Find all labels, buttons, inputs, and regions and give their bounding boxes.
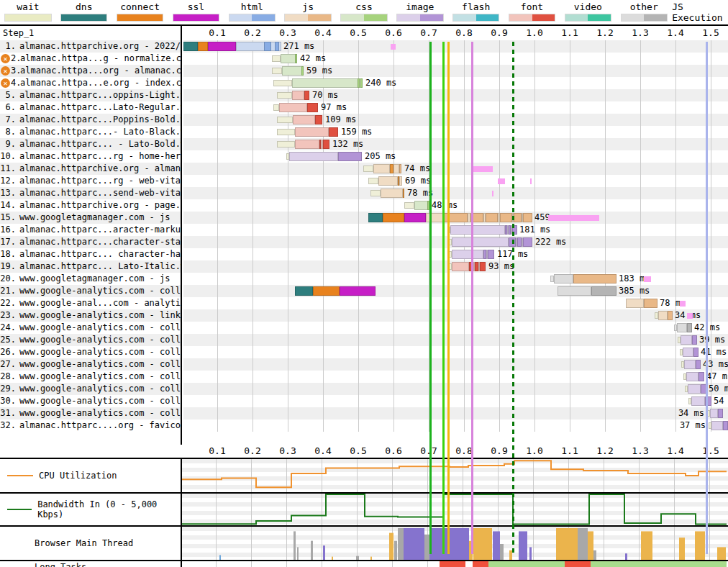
request-bar-otherD[interactable] xyxy=(591,286,616,296)
request-row[interactable]: 23.www.google-analytics.com - linkid.js xyxy=(0,309,181,322)
request-bar-fL[interactable] xyxy=(295,140,319,149)
request-bar-imgD[interactable] xyxy=(523,237,532,247)
request-bar-cssD[interactable] xyxy=(358,78,360,88)
request-bar-fD[interactable] xyxy=(329,127,338,137)
waterfall-row[interactable]: 132 ms xyxy=(183,138,728,150)
waterfall-row[interactable]: 78 ms xyxy=(183,297,728,309)
request-bar-jsL[interactable] xyxy=(381,189,403,198)
request-row[interactable]: 13.almanac.httparc...send-web-vitals.js xyxy=(0,187,181,199)
request-row[interactable]: 19.almanac.httparc... Lato-Italic.woff2 xyxy=(0,260,181,273)
request-bar-dns[interactable] xyxy=(183,42,198,51)
waterfall-row[interactable]: 222 ms xyxy=(183,236,728,248)
request-bar-imgL[interactable] xyxy=(681,335,692,345)
waterfall-row[interactable]: 109 ms xyxy=(183,114,728,126)
request-bar-waitY[interactable] xyxy=(370,190,381,196)
request-bar-imgL[interactable] xyxy=(683,348,693,357)
request-bar-dns[interactable] xyxy=(368,213,383,222)
request-bar-imgL[interactable] xyxy=(452,237,509,247)
waterfall-row[interactable]: 37 ms xyxy=(183,419,728,432)
request-bar-fD[interactable] xyxy=(323,140,329,149)
request-row[interactable]: 10.almanac.httparc...rg - home-hero.png xyxy=(0,150,181,163)
request-bar-ssl[interactable] xyxy=(208,42,236,51)
waterfall-row[interactable]: 385 ms xyxy=(183,285,728,297)
waterfall-row[interactable]: 39 ms xyxy=(183,334,728,346)
request-bar-jsL[interactable] xyxy=(399,176,402,186)
request-bar-otherL[interactable] xyxy=(558,286,591,296)
request-bar-fD[interactable] xyxy=(304,91,309,100)
request-row[interactable]: 17.almanac.httparc...character-star.png xyxy=(0,236,181,248)
request-bar-imgL[interactable] xyxy=(710,409,718,418)
request-bar-connect[interactable] xyxy=(198,42,208,51)
request-row[interactable]: 21.www.google-analytics.com - collect xyxy=(0,285,181,297)
request-bar-cssL[interactable] xyxy=(292,78,363,88)
request-bar-jsD[interactable] xyxy=(444,213,468,222)
request-bar-jsO[interactable] xyxy=(403,189,404,198)
request-bar-waitY[interactable] xyxy=(368,178,378,184)
request-bar-cssD[interactable] xyxy=(295,54,297,63)
request-bar-fL[interactable] xyxy=(452,262,469,271)
request-row[interactable]: 15.www.googletagmanager.com - js xyxy=(0,212,181,224)
request-bar-imgL[interactable] xyxy=(289,152,338,161)
request-row[interactable]: 22.www.google-anal...com - analytics.js xyxy=(0,297,181,309)
request-bar-connect[interactable] xyxy=(383,213,404,222)
request-bar-jsL[interactable] xyxy=(658,311,668,320)
request-row[interactable]: 20.www.googletagmanager.com - js xyxy=(0,273,181,285)
waterfall-row[interactable]: 50 ms xyxy=(183,383,728,395)
request-bar-imgD[interactable] xyxy=(699,372,704,381)
waterfall-row[interactable]: 97 ms xyxy=(183,101,728,114)
request-bar-cssD[interactable] xyxy=(360,78,363,88)
request-row[interactable]: 32.almanac.httparc....org - favicon.ico xyxy=(0,419,181,432)
waterfall-row[interactable]: 47 ms xyxy=(183,371,728,383)
waterfall-row[interactable]: 159 ms xyxy=(183,126,728,138)
request-bar-jsL[interactable] xyxy=(626,299,644,308)
request-row[interactable]: ✕2.almanac.httpa...g - normalize.css xyxy=(0,53,181,65)
waterfall-row[interactable]: 271 ms xyxy=(183,40,728,53)
request-bar-imgD[interactable] xyxy=(693,348,699,357)
request-row[interactable]: 5.almanac.httparc...oppins-Light.woff2 xyxy=(0,89,181,101)
request-bar-imgL[interactable] xyxy=(684,360,696,369)
request-bar-otherD[interactable] xyxy=(687,323,692,332)
request-bar-waitY[interactable] xyxy=(277,92,292,99)
request-row[interactable]: 28.www.google-analytics.com - collect xyxy=(0,371,181,383)
request-bar-imgD[interactable] xyxy=(338,152,362,161)
request-bar-jsD[interactable] xyxy=(470,213,483,222)
request-row[interactable]: 29.www.google-analytics.com - collect xyxy=(0,383,181,395)
waterfall-row[interactable]: 54 ms xyxy=(183,395,728,407)
request-row[interactable]: 25.www.google-analytics.com - collect xyxy=(0,334,181,346)
request-bar-waitY[interactable] xyxy=(277,117,293,123)
request-bar-fL[interactable] xyxy=(279,103,307,112)
waterfall-row[interactable]: 41 ms xyxy=(183,346,728,358)
request-bar-waitY[interactable] xyxy=(273,80,292,86)
request-bar-htmlD[interactable] xyxy=(275,42,279,51)
request-bar-jsD[interactable] xyxy=(644,299,658,308)
request-bar-otherL[interactable] xyxy=(677,323,687,332)
request-row[interactable]: 7.almanac.httparc...Poppins-Bold.woff2 xyxy=(0,114,181,126)
request-bar-fL[interactable] xyxy=(295,127,329,137)
waterfall-row[interactable]: 42 ms xyxy=(183,322,728,334)
request-bar-cssD[interactable] xyxy=(427,201,429,210)
request-bar-jsL[interactable] xyxy=(373,164,390,173)
waterfall-row[interactable]: 459 ms xyxy=(183,212,728,224)
request-bar-imgD[interactable] xyxy=(512,225,517,235)
waterfall-row[interactable]: 43 ms xyxy=(183,358,728,371)
request-row[interactable]: 9.almanac.httparc... - Lato-Bold.woff2 xyxy=(0,138,181,150)
request-bar-fD[interactable] xyxy=(315,115,322,124)
request-bar-jsD[interactable] xyxy=(486,213,498,222)
waterfall-row[interactable]: 74 ms xyxy=(183,163,728,175)
waterfall-row[interactable]: 181 ms xyxy=(183,224,728,236)
request-bar-waitY[interactable] xyxy=(277,129,295,135)
request-bar-imgD[interactable] xyxy=(705,396,711,406)
waterfall-row[interactable]: 59 ms xyxy=(183,65,728,77)
waterfall-row[interactable]: 34 ms xyxy=(183,407,728,419)
request-bar-jsL[interactable] xyxy=(378,176,398,186)
waterfall-row[interactable]: 78 ms xyxy=(183,187,728,199)
request-row[interactable]: ✕3.almanac.httpa...org - almanac.css xyxy=(0,65,181,77)
request-bar-jsD[interactable] xyxy=(668,311,673,320)
request-bar-waitY[interactable] xyxy=(272,55,281,62)
request-bar-htmlD[interactable] xyxy=(264,42,271,51)
request-bar-imgD[interactable] xyxy=(488,250,494,259)
request-bar-imgD[interactable] xyxy=(723,421,728,430)
request-row[interactable]: 18.almanac.httparc... character-hat.png xyxy=(0,248,181,260)
request-bar-dns[interactable] xyxy=(295,286,313,296)
waterfall-row[interactable]: 34 ms xyxy=(183,309,728,322)
